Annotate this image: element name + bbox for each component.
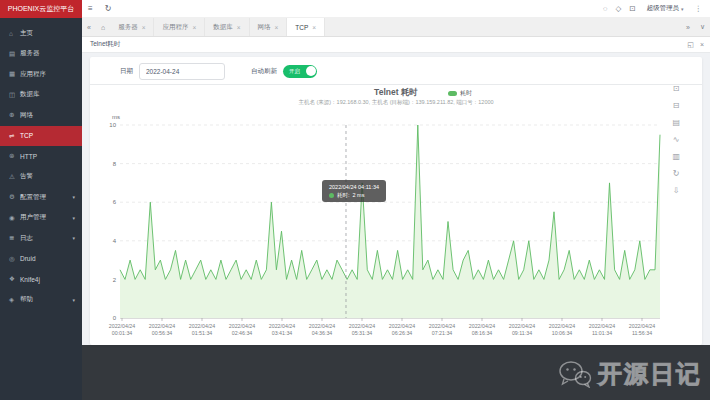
y-tick-label: 0 <box>113 315 117 321</box>
close-icon[interactable]: × <box>275 24 279 31</box>
restore-icon[interactable]: ↻ <box>672 170 680 179</box>
date-label: 日期 <box>120 67 133 76</box>
auto-refresh-toggle[interactable]: 开启 <box>283 65 317 78</box>
x-tick-label: 2022/04/2401:51:34 <box>189 323 216 336</box>
series-dot-icon <box>329 193 334 198</box>
close-panel-icon[interactable]: × <box>700 41 704 48</box>
sidebar-item-label: HTTP <box>20 153 37 160</box>
sidebar-item-应用程序[interactable]: ▦应用程序 <box>0 64 82 85</box>
sidebar-item-数据库[interactable]: ◫数据库 <box>0 85 82 106</box>
watermark-text: 开源日记 <box>598 358 702 390</box>
sidebar-item-label: 网络 <box>20 111 33 120</box>
sidebar-item-label: 应用程序 <box>20 70 46 79</box>
sidebar-item-服务器[interactable]: ▤服务器 <box>0 44 82 65</box>
theme-icon[interactable]: ◇ <box>611 4 625 13</box>
x-axis-labels: 2022/04/2400:01:342022/04/2400:56:342022… <box>109 318 656 336</box>
sidebar-item-网络[interactable]: ⊕网络 <box>0 105 82 126</box>
area-zoom-icon[interactable]: ⊡ <box>672 85 680 94</box>
sidebar-item-label: Druid <box>20 255 36 262</box>
bar-chart-icon[interactable]: ▥ <box>672 153 680 162</box>
zoom-restore-icon[interactable]: ⊟ <box>672 102 680 111</box>
data-view-icon[interactable]: ▤ <box>672 119 680 128</box>
tabs-forward-icon[interactable]: » <box>681 24 695 31</box>
x-tick-label: 2022/04/2409:11:34 <box>509 323 536 336</box>
line-chart-icon[interactable]: ∿ <box>672 136 680 145</box>
tab-label: 应用程序 <box>162 23 188 32</box>
tab-应用程序[interactable]: 应用程序× <box>154 18 205 36</box>
sidebar-item-日志[interactable]: ≣日志▾ <box>0 228 82 249</box>
wechat-icon <box>558 360 592 388</box>
tooltip-series-value: 2 ms <box>353 191 365 199</box>
chart-subtitle: 主机名 (来源)：192.168.0.30, 主机名 (目标端)：139.159… <box>90 99 702 106</box>
panel-title: Telnet耗时 <box>82 40 120 49</box>
x-tick-label: 2022/04/2400:01:34 <box>109 323 136 336</box>
x-tick-label: 2022/04/2407:21:34 <box>429 323 456 336</box>
more-icon[interactable]: ⋮ <box>691 4 707 13</box>
legend-label: 耗时 <box>460 89 472 98</box>
tab-label: TCP <box>295 24 308 31</box>
tab-label: 数据库 <box>213 23 233 32</box>
y-axis-unit: ms <box>112 114 120 120</box>
watermark: 开源日记 <box>558 358 702 390</box>
restore-window-icon[interactable]: ◱ <box>687 41 694 49</box>
x-tick-label: 2022/04/2411:56:34 <box>629 323 656 336</box>
close-icon[interactable]: × <box>312 24 316 31</box>
tab-网络[interactable]: 网络× <box>250 18 288 36</box>
refresh-icon[interactable]: ↻ <box>99 4 118 13</box>
chart-controls: 日期 自动刷新 开启 <box>120 62 317 80</box>
tabs-back-icon[interactable]: « <box>82 18 96 36</box>
http-icon: ⊚ <box>9 152 20 160</box>
fullscreen-icon[interactable]: ⊡ <box>625 4 639 13</box>
chart-card: 日期 自动刷新 开启 Telnet 耗时 耗时 主机名 (来源)：192.168… <box>90 57 702 345</box>
close-icon[interactable]: × <box>192 24 196 31</box>
sidebar-item-label: TCP <box>20 132 33 139</box>
x-tick-label: 2022/04/2406:26:34 <box>389 323 416 336</box>
sidebar-item-用户管理[interactable]: ◉用户管理▾ <box>0 208 82 229</box>
sidebar-item-帮助[interactable]: ◈帮助▾ <box>0 290 82 311</box>
sidebar-item-主页[interactable]: ⌂主页 <box>0 23 82 44</box>
chevron-down-icon: ▾ <box>72 194 75 200</box>
sidebar-item-HTTP[interactable]: ⊚HTTP <box>0 146 82 167</box>
save-image-icon[interactable]: ⇩ <box>672 187 680 196</box>
message-icon[interactable]: ◌ <box>599 4 611 13</box>
chevron-down-icon: ▾ <box>72 215 75 221</box>
x-tick-label: 2022/04/2403:41:34 <box>269 323 296 336</box>
tabs-collapse-icon[interactable]: ∨ <box>695 23 710 31</box>
tab-服务器[interactable]: 服务器× <box>110 18 154 36</box>
admin-dropdown[interactable]: 超级管理员 ▾ <box>643 4 686 13</box>
topbar-icons: ◌◇⊡ <box>599 4 640 13</box>
collapse-menu-icon[interactable]: ≡ <box>82 4 99 13</box>
sidebar-item-配置管理[interactable]: ⚙配置管理▾ <box>0 187 82 208</box>
druid-icon: ◎ <box>9 255 20 263</box>
chevron-down-icon: ▾ <box>72 235 75 241</box>
tab-数据库[interactable]: 数据库× <box>205 18 249 36</box>
sidebar-item-label: 日志 <box>20 234 33 243</box>
close-icon[interactable]: × <box>142 24 146 31</box>
close-icon[interactable]: × <box>237 24 241 31</box>
sidebar-item-label: 服务器 <box>20 49 40 58</box>
x-tick-label: 2022/04/2404:36:34 <box>309 323 336 336</box>
app-icon: ▦ <box>9 70 20 78</box>
app-logo: PHOENIX云监控平台 <box>0 0 82 18</box>
sidebar-menu: ⌂主页▤服务器▦应用程序◫数据库⊕网络⇌TCP⊚HTTP⚠告警⚙配置管理▾◉用户… <box>0 18 82 310</box>
sidebar-item-告警[interactable]: ⚠告警 <box>0 167 82 188</box>
sidebar-item-Knife4j[interactable]: ❖Knife4j <box>0 269 82 290</box>
tab-TCP[interactable]: TCP× <box>287 18 325 36</box>
toggle-knob <box>306 66 316 76</box>
tooltip-datetime: 2022/04/24 04:11:34 <box>329 183 379 191</box>
sidebar: PHOENIX云监控平台 ⌂主页▤服务器▦应用程序◫数据库⊕网络⇌TCP⊚HTT… <box>0 0 82 400</box>
sidebar-item-Druid[interactable]: ◎Druid <box>0 249 82 270</box>
auto-refresh-label: 自动刷新 <box>251 67 277 76</box>
y-axis-labels: 0246810 <box>109 122 116 321</box>
date-input[interactable] <box>139 63 225 80</box>
network-icon: ⊕ <box>9 111 20 119</box>
database-icon: ◫ <box>9 91 20 99</box>
tabs: 服务器×应用程序×数据库×网络×TCP× <box>110 18 325 36</box>
x-tick-label: 2022/04/2402:46:34 <box>229 323 256 336</box>
sidebar-item-TCP[interactable]: ⇌TCP <box>0 126 82 147</box>
chart-legend[interactable]: 耗时 <box>448 89 472 98</box>
chevron-down-icon: ▾ <box>72 297 75 303</box>
tabs-home-icon[interactable]: ⌂ <box>96 18 110 36</box>
divider <box>90 84 702 85</box>
x-tick-label: 2022/04/2400:56:34 <box>149 323 176 336</box>
